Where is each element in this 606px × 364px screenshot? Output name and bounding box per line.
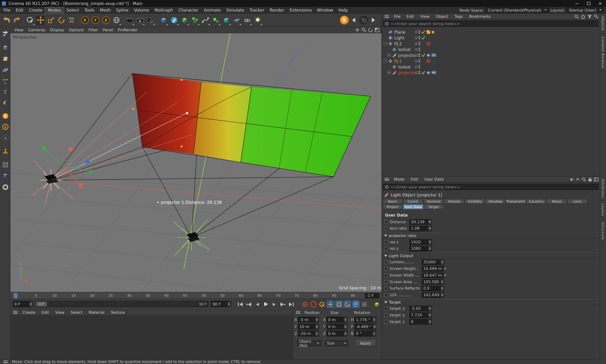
stepper[interactable] <box>315 331 318 336</box>
playhead[interactable] <box>13 293 18 298</box>
group-target[interactable]: Target <box>382 299 600 305</box>
texture-tag-icon[interactable] <box>426 30 430 34</box>
timeline-scrubber[interactable]: 0 F 90 F <box>35 301 209 307</box>
side-tab-layers[interactable]: Layers <box>600 201 606 220</box>
pos-x-field[interactable]: -5 m <box>298 317 319 323</box>
s-logo-button[interactable]: S <box>340 15 349 25</box>
tab-shadow[interactable]: Shadow <box>485 199 505 204</box>
rot-p-field[interactable]: -6.489 ° <box>355 324 376 329</box>
axis-y-lock-button[interactable]: Y <box>90 14 101 26</box>
move-tool-button[interactable] <box>35 14 46 26</box>
menu-animate[interactable]: Animate <box>201 7 224 13</box>
pos-y-field[interactable]: 10 m <box>298 324 319 329</box>
vp-menu-cameras[interactable]: Cameras <box>26 27 48 32</box>
menu-render[interactable]: Render <box>267 7 287 13</box>
filter-icon[interactable] <box>587 14 592 19</box>
goto-end-button[interactable] <box>287 300 295 308</box>
object-name[interactable]: lookat <box>398 47 411 52</box>
mat-menu-select[interactable]: Select <box>67 310 86 315</box>
tree-row-projector1-b[interactable]: + projector 1 <box>382 70 600 75</box>
object-name[interactable]: PJ-2 <box>394 41 402 46</box>
projection-plane[interactable] <box>132 74 370 177</box>
vp-menu-prorender[interactable]: ProRender <box>116 27 140 32</box>
collapse-expander[interactable]: − <box>383 42 387 45</box>
vp-menu-view[interactable]: View <box>12 27 26 32</box>
previous-frame-button[interactable] <box>253 300 261 308</box>
record-keyframe-button[interactable] <box>301 300 309 308</box>
scene-3d[interactable]: projector 1.Distance: 20.139 Grid Spacin… <box>11 33 382 292</box>
stepper[interactable] <box>372 331 376 336</box>
stepper[interactable] <box>428 226 432 231</box>
panel-menu-icon[interactable] <box>384 15 389 18</box>
stepper[interactable] <box>343 324 347 329</box>
menu-extensions[interactable]: Extensions <box>287 7 314 13</box>
stepper[interactable] <box>315 317 318 322</box>
stepper[interactable] <box>440 286 444 291</box>
nav-right-button[interactable] <box>370 16 377 25</box>
tab-user-data[interactable]: User Data <box>403 204 423 209</box>
autokey-button[interactable] <box>309 300 317 308</box>
tab-lens[interactable]: Lens <box>567 199 588 204</box>
model-mode-button[interactable] <box>1 43 10 52</box>
enabled-check-icon[interactable] <box>421 36 425 39</box>
next-key-button[interactable] <box>278 300 287 308</box>
userdata-interface-icon[interactable] <box>384 220 388 224</box>
polygon-mode-button[interactable] <box>1 98 10 107</box>
add-light-button[interactable] <box>252 14 263 26</box>
group-projector-ratio[interactable]: projector ratio <box>382 233 600 239</box>
screen-width-field[interactable]: 18.647 m <box>422 273 444 278</box>
menu-window[interactable]: Window <box>314 7 336 13</box>
viewport[interactable]: Perspective <box>11 33 382 292</box>
stepper[interactable] <box>428 306 432 311</box>
stepper[interactable] <box>443 273 447 277</box>
menu-help[interactable]: Help <box>336 7 350 13</box>
tree-row-plane[interactable]: Plane <box>382 29 600 35</box>
size-mode-dropdown[interactable]: Size <box>325 340 348 346</box>
om-menu-object[interactable]: Object <box>433 14 451 19</box>
keyframe-selection-button[interactable] <box>318 300 326 308</box>
rotate-view-icon[interactable] <box>368 27 373 32</box>
mat-menu-view[interactable]: View <box>52 310 67 315</box>
tree-row-pj1[interactable]: − PJ-1 <box>382 58 600 64</box>
stepper[interactable] <box>373 324 376 329</box>
dynamics-button[interactable] <box>211 14 221 26</box>
solo-button[interactable] <box>373 300 381 308</box>
visibility-dots[interactable] <box>419 59 420 63</box>
projector-1-light-object[interactable] <box>173 220 210 256</box>
clear-search-icon[interactable] <box>384 22 389 26</box>
live-selection-button[interactable] <box>25 14 35 26</box>
tab-basic[interactable]: Basic <box>383 199 403 204</box>
menu-tools[interactable]: Tools <box>82 7 97 13</box>
visibility-dots[interactable] <box>419 30 420 34</box>
zoom-view-icon[interactable] <box>361 27 366 32</box>
side-tab-attributes[interactable]: Attributes <box>600 176 606 201</box>
distance-field[interactable]: 20.139 <box>409 219 432 225</box>
add-camera-button[interactable] <box>242 14 252 26</box>
coordinate-system-button[interactable] <box>111 14 121 26</box>
home-icon[interactable] <box>581 14 586 19</box>
userdata-interface-icon[interactable] <box>384 240 388 244</box>
lux-field[interactable]: 142.649 <box>422 292 444 298</box>
pen-spline-button[interactable] <box>169 14 179 26</box>
om-menu-view[interactable]: View <box>417 14 433 19</box>
tree-row-light[interactable]: Light <box>382 35 600 40</box>
target-x-field[interactable]: -5.62 <box>409 306 432 311</box>
tree-row-pj2[interactable]: − PJ-2 <box>382 40 600 46</box>
arrow-up-icon[interactable] <box>576 178 580 181</box>
render-view-button[interactable] <box>124 14 135 26</box>
tab-visibility[interactable]: Visibility <box>465 199 485 204</box>
panel-menu-icon[interactable] <box>3 361 8 363</box>
lumens-field[interactable]: 31000 <box>422 259 444 265</box>
userdata-interface-icon[interactable] <box>384 286 388 290</box>
rez-x-field[interactable]: 1920 <box>409 239 432 245</box>
panel-menu-icon[interactable] <box>13 311 17 313</box>
stepper[interactable] <box>29 301 32 307</box>
visibility-dots[interactable] <box>419 48 420 51</box>
om-menu-tags[interactable]: Tags <box>451 14 466 19</box>
lock-icon[interactable] <box>588 177 592 182</box>
userdata-interface-icon[interactable] <box>384 306 388 310</box>
record-parameter-toggle[interactable]: P <box>352 300 360 308</box>
axis-modification-button[interactable] <box>1 147 10 156</box>
am-search-field[interactable]: <<Enter your search string here>> <box>383 184 599 190</box>
om-menu-file[interactable]: File <box>391 14 403 19</box>
